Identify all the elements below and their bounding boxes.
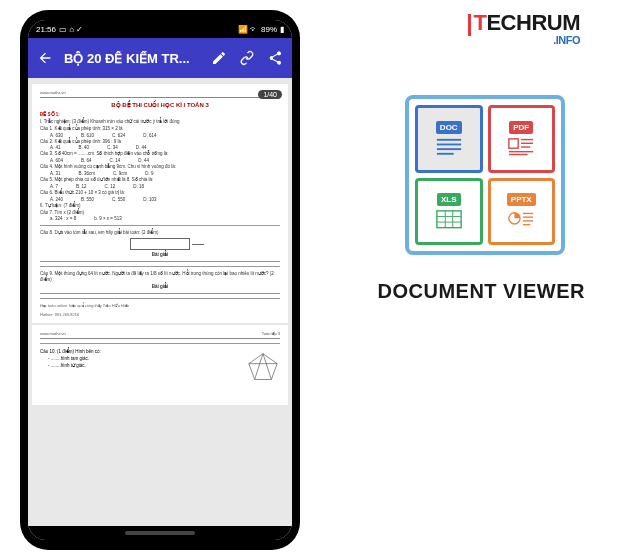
svg-rect-9 bbox=[509, 154, 528, 155]
status-notif-icons: ▭ ⌂ ✓ bbox=[59, 25, 83, 34]
question-10: Câu 10. (1 điểm) Hình bên có: bbox=[40, 349, 238, 355]
question-1-options: A. 630B. 610C. 624D. 614 bbox=[40, 133, 280, 138]
solution-label-1: Bài giải bbox=[40, 252, 280, 257]
battery-icon: ▮ bbox=[280, 25, 284, 34]
edit-button[interactable] bbox=[210, 49, 228, 67]
question-5-options: A. 7B. 12C. 12D. 18 bbox=[40, 184, 280, 189]
question-5: Câu 5. Một phép chia có số dư lớn nhất l… bbox=[40, 177, 280, 183]
question-2: Câu 2. Kết quả của phép tính: 396 : 9 là bbox=[40, 139, 280, 145]
app-icon: DOC PDF XLS PPTX bbox=[405, 95, 565, 255]
status-time: 21:56 bbox=[36, 25, 56, 34]
status-bar: 21:56 ▭ ⌂ ✓ 📶 ᯤ 89% ▮ bbox=[28, 20, 292, 38]
svg-rect-2 bbox=[437, 149, 461, 151]
svg-rect-3 bbox=[437, 153, 454, 155]
back-button[interactable] bbox=[36, 49, 54, 67]
svg-rect-16 bbox=[523, 213, 533, 214]
doc-footer-1: Học toán online hiệu quả cùng thầy Trần … bbox=[40, 303, 280, 308]
exam-number: ĐỀ SỐ 1: bbox=[40, 112, 280, 118]
app-bar: BỘ 20 ĐỀ KIỂM TR... bbox=[28, 38, 292, 78]
solution-label-2: Bài giải bbox=[40, 284, 280, 289]
question-8-diagram bbox=[130, 238, 190, 250]
pptx-format-icon: PPTX bbox=[488, 178, 556, 246]
svg-rect-8 bbox=[509, 151, 533, 152]
pdf-format-icon: PDF bbox=[488, 105, 556, 173]
svg-rect-6 bbox=[521, 143, 533, 144]
svg-rect-17 bbox=[523, 216, 533, 217]
doc-format-icon: DOC bbox=[415, 105, 483, 173]
battery-percent: 89% bbox=[261, 25, 277, 34]
question-7-parts: a. 324 : x = 8b. 9 × x = 513 bbox=[40, 216, 280, 221]
svg-rect-1 bbox=[437, 144, 461, 146]
svg-rect-5 bbox=[521, 139, 533, 140]
question-4: Câu 4. Một hình vuông có cạnh bằng 9cm. … bbox=[40, 164, 280, 170]
question-10a: - ........hình tam giác. bbox=[40, 356, 238, 362]
doc-title: BỘ ĐỀ THI CUỐI HỌC KÌ I TOÁN 3 bbox=[40, 101, 280, 108]
document-page-1: 1/40 www.mathx.vn Toán lớp 3 BỘ ĐỀ THI C… bbox=[32, 84, 288, 323]
svg-rect-0 bbox=[437, 139, 461, 141]
svg-rect-4 bbox=[509, 139, 518, 148]
question-4-options: A. 31B. 36cmC. 9cmD. 9 bbox=[40, 171, 280, 176]
question-1: Câu 1. Kết quả của phép tính: 315 × 2 là bbox=[40, 126, 280, 132]
question-2-options: A. 41B. 40C. 34D. 44 bbox=[40, 145, 280, 150]
doc-footer-2: Hotline: 091.269.8216 bbox=[40, 312, 280, 317]
share-button[interactable] bbox=[266, 49, 284, 67]
svg-rect-19 bbox=[523, 224, 530, 225]
phone-screen: 21:56 ▭ ⌂ ✓ 📶 ᯤ 89% ▮ BỘ 20 ĐỀ KIỂM TR..… bbox=[28, 20, 292, 540]
question-8: Câu 8. Dựa vào tóm tắt sau, em hãy giải … bbox=[40, 230, 280, 236]
svg-rect-18 bbox=[523, 220, 533, 221]
wifi-icon: 📶 ᯤ bbox=[238, 25, 258, 34]
pentagon-shape bbox=[246, 352, 280, 382]
question-3: Câu 3. Số 40cm = ........cm. Số thích hợ… bbox=[40, 151, 280, 157]
techrum-logo: TECHRUM .INFO bbox=[468, 10, 580, 46]
xls-format-icon: XLS bbox=[415, 178, 483, 246]
document-viewport[interactable]: 1/40 www.mathx.vn Toán lớp 3 BỘ ĐỀ THI C… bbox=[28, 78, 292, 526]
link-button[interactable] bbox=[238, 49, 256, 67]
question-7: Câu 7. Tìm x (2 điểm) bbox=[40, 210, 280, 216]
android-nav-bar[interactable] bbox=[28, 526, 292, 540]
svg-rect-7 bbox=[521, 147, 530, 148]
section-tuluan: II. Tự luận: (7 điểm) bbox=[40, 203, 280, 209]
question-6-options: A. 240B. 550C. 550D. 103 bbox=[40, 197, 280, 202]
phone-frame: 21:56 ▭ ⌂ ✓ 📶 ᯤ 89% ▮ BỘ 20 ĐỀ KIỂM TR..… bbox=[20, 10, 300, 550]
appbar-title: BỘ 20 ĐỀ KIỂM TR... bbox=[64, 51, 200, 66]
doc-subject-p2: Toán lớp 3 bbox=[262, 331, 280, 336]
page-counter: 1/40 bbox=[258, 90, 282, 99]
question-9: Câu 9. Một thùng đựng 64 lít nước. Người… bbox=[40, 271, 280, 283]
svg-rect-10 bbox=[437, 211, 461, 228]
section-tracnghiem: I. Trắc nghiệm: (3 điểm) Khoanh tròn vào… bbox=[40, 119, 280, 125]
question-10b: - ........hình tứ giác. bbox=[40, 363, 238, 369]
question-3-options: A. 604B. 64C. 14D. 44 bbox=[40, 158, 280, 163]
document-page-2: www.mathx.vn Toán lớp 3 Câu 10. (1 điểm)… bbox=[32, 325, 288, 405]
doc-source: www.mathx.vn bbox=[40, 90, 66, 95]
app-name-label: DOCUMENT VIEWER bbox=[378, 280, 586, 303]
question-6: Câu 6. Biểu thức 210 + 10 × 3 có giá trị… bbox=[40, 190, 280, 196]
doc-source-p2: www.mathx.vn bbox=[40, 331, 66, 336]
